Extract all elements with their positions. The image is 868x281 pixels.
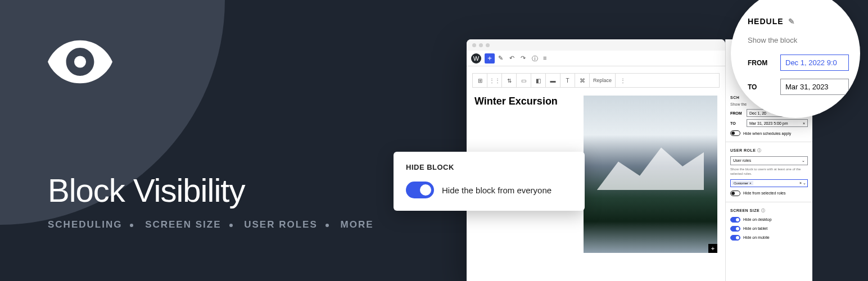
article-image[interactable]: + — [584, 96, 717, 253]
hide-tablet-label: Hide on tablet — [743, 226, 767, 230]
tag-item: USER ROLES — [244, 219, 318, 230]
to-input[interactable]: Mar 31, 2023 5:00 pm× — [747, 119, 808, 127]
add-image-icon[interactable]: + — [708, 244, 717, 253]
tag-item: SCREEN SIZE — [145, 219, 221, 230]
replace-button[interactable]: Replace — [590, 74, 616, 87]
close-icon: × — [803, 121, 805, 125]
hide-mobile-toggle[interactable] — [730, 235, 740, 241]
hide-roles-label: Hide from selected roles — [743, 191, 785, 195]
screen-size-section-label: SCREEN SIZE ⓘ — [730, 208, 808, 214]
chevron-down-icon: ⌄ — [802, 158, 805, 163]
to-label: TO — [730, 121, 744, 125]
page-title: Block Visibility — [48, 171, 245, 209]
hide-block-title: HIDE BLOCK — [406, 163, 572, 171]
tool-link-icon[interactable]: ⌘ — [575, 74, 590, 87]
user-roles-select[interactable]: User roles⌄ — [730, 156, 808, 165]
hide-block-toggle[interactable] — [406, 182, 434, 198]
eye-icon — [48, 39, 112, 87]
hide-block-card: HIDE BLOCK Hide the block from everyone — [394, 152, 585, 211]
schedule-hint-text: Show the block — [748, 36, 849, 44]
user-roles-desc: Show the block to users with at least on… — [730, 167, 808, 176]
hide-desktop-toggle[interactable] — [730, 217, 740, 223]
hide-schedules-label: Hide when schedules apply — [743, 132, 791, 135]
schedule-header: HEDULE ✎ — [748, 17, 849, 26]
tool-move-icon[interactable]: ⊞ — [473, 74, 487, 87]
tag-list: SCHEDULING SCREEN SIZE USER ROLES MORE — [48, 219, 374, 230]
tool-drag-icon[interactable]: ⋮⋮ — [487, 74, 502, 87]
info-icon[interactable]: ⓘ — [532, 55, 540, 62]
hide-tablet-toggle[interactable] — [730, 226, 740, 232]
hide-mobile-label: Hide on mobile — [743, 235, 770, 239]
add-block-button[interactable]: + — [485, 53, 495, 64]
tool-width-icon[interactable]: ▬ — [546, 74, 560, 87]
tool-align-icon[interactable]: ▭ — [517, 74, 531, 87]
article-heading[interactable]: Winter Excursion — [474, 96, 576, 107]
clear-icon: × — [799, 181, 802, 185]
tool-more-icon[interactable]: ⋮ — [616, 74, 630, 87]
svg-point-0 — [74, 56, 86, 67]
editor-topbar: W + ✎ ↶ ↷ ⓘ ≡ — [467, 51, 725, 66]
from-date-input[interactable]: Dec 1, 2022 9:0 — [780, 55, 849, 71]
to-date-input[interactable]: Mar 31, 2023 — [780, 79, 849, 95]
user-role-section-label: USER ROLE ⓘ — [730, 148, 808, 153]
window-controls — [467, 39, 725, 51]
pencil-icon[interactable]: ✎ — [788, 17, 795, 26]
close-icon: × — [749, 182, 752, 185]
tool-updown-icon[interactable]: ⇅ — [502, 74, 517, 87]
tag-item: MORE — [341, 219, 374, 230]
hide-block-label: Hide the block from everyone — [442, 185, 551, 195]
tag-item: SCHEDULING — [48, 219, 122, 230]
role-chip: Customer × — [732, 181, 753, 185]
block-toolbar: ⊞ ⋮⋮ ⇅ ▭ ◧ ▬ T ⌘ Replace ⋮ — [472, 73, 720, 88]
hide-roles-toggle[interactable] — [730, 191, 740, 196]
undo-icon[interactable]: ↶ — [509, 55, 517, 62]
selected-roles[interactable]: Customer × × ⌄ — [730, 179, 808, 187]
hide-desktop-label: Hide on desktop — [743, 217, 772, 221]
to-label-big: TO — [748, 83, 772, 91]
from-label: FROM — [730, 111, 744, 115]
redo-icon[interactable]: ↷ — [521, 55, 528, 62]
tool-layout-icon[interactable]: ◧ — [531, 74, 546, 87]
from-label-big: FROM — [748, 59, 772, 67]
edit-icon[interactable]: ✎ — [498, 55, 506, 62]
hide-schedules-toggle[interactable] — [730, 130, 740, 136]
wordpress-icon[interactable]: W — [471, 53, 481, 64]
chevron-down-icon: ⌄ — [803, 181, 806, 185]
tool-text-icon[interactable]: T — [560, 74, 575, 87]
list-icon[interactable]: ≡ — [543, 55, 551, 62]
